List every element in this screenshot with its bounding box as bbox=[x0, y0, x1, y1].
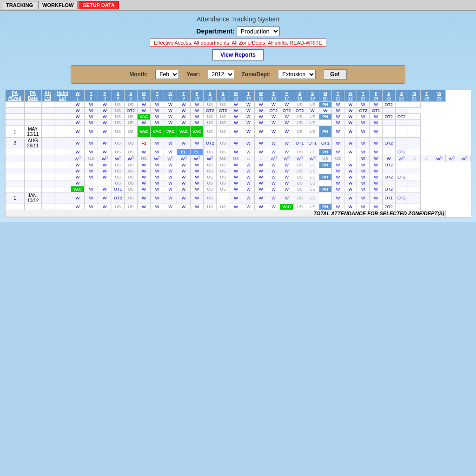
col-header-d19[interactable]: S19 bbox=[306, 90, 319, 102]
year-label: Year: bbox=[186, 71, 200, 78]
table-row: W W W US US VAC W W W W US US W W W W W bbox=[6, 114, 471, 120]
nav-setup-data[interactable]: SETUP DATA bbox=[79, 1, 119, 9]
nav-workflow[interactable]: WORKFLOW bbox=[38, 1, 78, 9]
col-header-d10[interactable]: F10 bbox=[190, 90, 204, 102]
col-header-d29[interactable]: W29 bbox=[433, 90, 445, 102]
view-reports-button[interactable]: View Reports bbox=[212, 49, 264, 60]
table-row: W W W US US W W W W W US US W W W W W bbox=[6, 162, 471, 168]
nav-tracking[interactable]: TRACKING bbox=[2, 1, 37, 9]
col-header-d11[interactable]: S11 bbox=[204, 90, 217, 102]
col-header-d1[interactable]: W1 bbox=[71, 90, 85, 102]
col-header-d4[interactable]: S4 bbox=[112, 90, 125, 102]
table-row: W W W US US W W W EL EL US US W W W W W bbox=[6, 149, 471, 155]
go-button[interactable]: Go! bbox=[323, 69, 347, 79]
attendance-table-container: PA#Cred PADate AttLvl HabitLvl W1 T2 F3 … bbox=[5, 89, 471, 218]
col-header-att-lvl[interactable]: AttLvl bbox=[41, 90, 54, 102]
access-notice-text: Effective Access: All departments, All Z… bbox=[150, 39, 326, 47]
dept-select[interactable]: Production bbox=[237, 26, 280, 36]
col-header-d9[interactable]: T9 bbox=[177, 90, 191, 102]
col-header-d27[interactable]: M27 bbox=[408, 90, 421, 102]
col-header-d18[interactable]: S18 bbox=[293, 90, 306, 102]
footer-row: TOTAL ATTENDANCE FOR SELECTED ZONE/DEPT(… bbox=[6, 210, 471, 217]
col-header-d26[interactable]: S26 bbox=[395, 90, 408, 102]
table-row: W W W US US W W W W W US US W W W W W bbox=[6, 174, 471, 180]
filter-bar: Month: FebJanMar Year: 201220112013 Zone… bbox=[71, 65, 405, 84]
table-row: W W W US US W W W W W US US W W W W W bbox=[6, 102, 471, 108]
table-row: W□ US W□ W□ W□ US W□ W□ W□ W□ W□ US US □… bbox=[6, 155, 471, 162]
col-header-d14[interactable]: T14 bbox=[242, 90, 255, 102]
col-header-d16[interactable]: T16 bbox=[267, 90, 280, 102]
col-header-d23[interactable]: T23 bbox=[357, 90, 370, 102]
table-row: 1 JAN.10/12 W W W OT2 US W W W W W US VA… bbox=[6, 192, 471, 204]
col-header-d25[interactable]: S25 bbox=[383, 90, 396, 102]
table-row: VAC W W OT1 US W W W W W US US W W W W W bbox=[6, 186, 471, 192]
dept-label: Department: bbox=[196, 27, 234, 35]
month-select[interactable]: FebJanMar bbox=[155, 70, 179, 79]
page-title: Attendance Tracking System bbox=[5, 15, 471, 23]
col-header-d20[interactable]: M20 bbox=[319, 90, 332, 102]
col-header-d17[interactable]: F17 bbox=[280, 90, 293, 102]
col-header-d7[interactable]: T7 bbox=[151, 90, 164, 102]
col-header-d2[interactable]: T2 bbox=[84, 90, 98, 102]
access-notice-container: Effective Access: All departments, All Z… bbox=[5, 40, 471, 46]
attendance-table: PA#Cred PADate AttLvl HabitLvl W1 T2 F3 … bbox=[5, 90, 471, 217]
col-header-habit-lvl[interactable]: HabitLvl bbox=[54, 90, 71, 102]
col-header-d8[interactable]: W8 bbox=[164, 90, 177, 102]
col-header-d13[interactable]: M13 bbox=[230, 90, 242, 102]
table-row: W W W US US W W W W W US US W W W W VAC bbox=[6, 204, 471, 210]
col-header-d3[interactable]: F3 bbox=[98, 90, 112, 102]
col-header-d24[interactable]: F24 bbox=[370, 90, 383, 102]
main-content: Attendance Tracking System Department: P… bbox=[0, 11, 476, 222]
footer-text: TOTAL ATTENDANCE FOR SELECTED ZONE/DEPT(… bbox=[6, 210, 446, 217]
col-header-d28[interactable]: T28 bbox=[421, 90, 433, 102]
top-navigation: TRACKING WORKFLOW SETUP DATA bbox=[0, 0, 476, 11]
col-header-pa-date[interactable]: PADate bbox=[24, 90, 41, 102]
month-label: Month: bbox=[129, 71, 148, 78]
year-select[interactable]: 201220112013 bbox=[208, 70, 234, 79]
zone-label: Zone/Dept: bbox=[242, 71, 271, 78]
col-header-d12[interactable]: S12 bbox=[217, 90, 230, 102]
col-header-d22[interactable]: W22 bbox=[344, 90, 357, 102]
col-header-d6[interactable]: M6 bbox=[137, 90, 151, 102]
table-row: 1 MAY10/11 W W W US US VAC VAC VAC VAC V… bbox=[6, 126, 471, 138]
dept-row: Department: Production bbox=[5, 26, 471, 36]
table-row: W W W US US W W W W W US US W W W W W bbox=[6, 168, 471, 174]
table-row: W W W US US W W W W W US US W W W W W bbox=[6, 120, 471, 126]
col-header-d15[interactable]: W15 bbox=[255, 90, 267, 102]
table-row: W USD USD US US W W W W W US US W W W W bbox=[6, 180, 471, 186]
col-header-d21[interactable]: T21 bbox=[332, 90, 344, 102]
col-header-pa-cred[interactable]: PA#Cred bbox=[6, 90, 25, 102]
col-header-d5[interactable]: S5 bbox=[125, 90, 138, 102]
zone-select[interactable]: Extrusion bbox=[278, 70, 316, 79]
table-row: W W W US OT2 W W W W W OT2 OT2 W W W OT2 bbox=[6, 108, 471, 114]
table-row: 2 AUG26/11 W W W US US F1 W W W W OT2 US… bbox=[6, 138, 471, 149]
